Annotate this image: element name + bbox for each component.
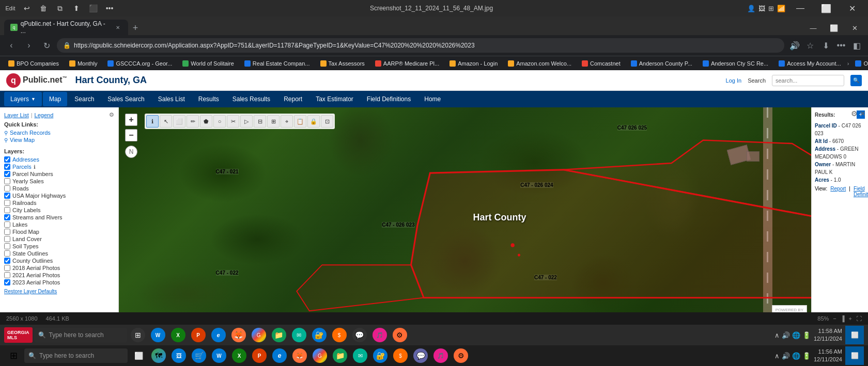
- bookmark-monthly[interactable]: Monthly: [65, 58, 102, 69]
- tb-icon-firefox[interactable]: 🦊: [290, 346, 309, 365]
- more-button[interactable]: •••: [103, 2, 116, 14]
- search-records-link[interactable]: Search Records: [4, 130, 114, 136]
- tb3-action-center[interactable]: ⬜: [845, 346, 864, 365]
- tb-icon-maps[interactable]: 🗺: [149, 346, 168, 365]
- tool-clipboard[interactable]: 📋: [294, 115, 306, 128]
- tool-extra[interactable]: ⊡: [321, 115, 333, 128]
- read-aloud-button[interactable]: 🔊: [787, 38, 802, 53]
- maximize-button[interactable]: ⬜: [814, 0, 838, 17]
- header-search-button[interactable]: 🔍: [850, 75, 862, 86]
- login-link[interactable]: Log In: [726, 77, 742, 84]
- sidebar-settings-icon[interactable]: ⚙: [109, 112, 114, 118]
- layer-land-cover-checkbox[interactable]: [4, 236, 10, 242]
- bookmark-realestate[interactable]: Real Estate Compan...: [240, 58, 314, 69]
- upper-taskbar-search[interactable]: 🔍 Type here to search: [34, 328, 127, 342]
- bookmark-gsccca[interactable]: GSCCCA.org - Geor...: [103, 58, 176, 69]
- layer-state-outlines-checkbox[interactable]: [4, 250, 10, 257]
- nav-item-search[interactable]: Search: [68, 92, 100, 106]
- tb-icon-chrome[interactable]: G: [311, 346, 329, 365]
- tool-draw[interactable]: ✏: [187, 115, 199, 128]
- tb2-icon-6[interactable]: 🦊: [229, 326, 248, 344]
- nav-item-map[interactable]: Map: [43, 92, 67, 106]
- bookmark-access[interactable]: Access My Account...: [774, 58, 845, 69]
- minimize-button[interactable]: —: [788, 0, 812, 17]
- taskbar-search[interactable]: 🔍 Type here to search: [24, 348, 128, 363]
- tab-close-button[interactable]: ✕: [114, 23, 122, 31]
- bookmark-anderson[interactable]: Anderson County P...: [627, 58, 696, 69]
- tb-icon-mail[interactable]: ✉: [351, 346, 369, 365]
- undo-button[interactable]: ↩: [21, 2, 33, 14]
- tool-polygon[interactable]: ⬟: [200, 115, 212, 128]
- tb3-chevron-icon[interactable]: ∧: [774, 352, 780, 360]
- bookmark-anderson2[interactable]: Anderson Cty SC Re...: [699, 58, 772, 69]
- tb2-icon-7[interactable]: G: [250, 326, 268, 344]
- settings-button[interactable]: •••: [834, 38, 848, 53]
- tb2-battery-icon[interactable]: 🔋: [802, 331, 811, 339]
- tb2-icon-14[interactable]: ⚙: [391, 326, 409, 344]
- bookmark-other[interactable]: Other favorites: [851, 58, 868, 69]
- tb-icon-files[interactable]: 📁: [331, 346, 349, 365]
- zoom-slider[interactable]: ▐: [841, 315, 845, 322]
- zoom-increase[interactable]: +: [849, 315, 852, 322]
- tb2-icon-1[interactable]: ⊞: [129, 326, 147, 344]
- start-button[interactable]: ⊞: [4, 346, 23, 365]
- bookmark-taxassessors[interactable]: Tax Assessors: [316, 58, 369, 69]
- bookmark-button[interactable]: ☆: [803, 38, 817, 53]
- layer-parcel-numbers-checkbox[interactable]: [4, 171, 10, 177]
- download-button[interactable]: ⬇: [818, 38, 833, 53]
- tool-box-select[interactable]: ⬜: [173, 115, 185, 128]
- layer-parcels-checkbox[interactable]: [4, 164, 10, 170]
- tb2-icon-11[interactable]: $: [330, 326, 349, 344]
- nav-item-report[interactable]: Report: [277, 92, 308, 106]
- sidebar-button[interactable]: ◧: [849, 38, 864, 53]
- back-button[interactable]: ‹: [4, 38, 19, 53]
- tb2-icon-13[interactable]: 🎵: [370, 326, 389, 344]
- layer-lakes-checkbox[interactable]: [4, 221, 10, 228]
- tb-icon-powerpoint[interactable]: P: [250, 346, 269, 365]
- tb-icon-settings2[interactable]: ⚙: [452, 346, 470, 365]
- browser-restore[interactable]: ⬜: [825, 21, 843, 35]
- layer-parcels-info[interactable]: ℹ: [34, 164, 36, 170]
- screen-button[interactable]: ⬛: [87, 2, 99, 14]
- bookmarks-more[interactable]: ›: [847, 60, 849, 67]
- nav-item-layers[interactable]: Layers▼: [4, 92, 42, 106]
- browser-minimize[interactable]: —: [804, 21, 823, 35]
- tool-grid[interactable]: ⊞: [267, 115, 280, 128]
- tool-cut[interactable]: ✂: [227, 115, 239, 128]
- bookmark-amazon-login[interactable]: Amazon - Login: [445, 58, 502, 69]
- layer-county-outlines-checkbox[interactable]: [4, 258, 10, 264]
- restore-layers-link[interactable]: Restore Layer Defaults: [4, 289, 114, 294]
- layer-usa-highways-checkbox[interactable]: [4, 193, 10, 199]
- bookmark-bpo[interactable]: BPO Companies: [4, 58, 63, 69]
- layer-parcels-label[interactable]: Parcels: [12, 164, 32, 170]
- tb2-icon-8[interactable]: 📁: [270, 326, 288, 344]
- layer-railroads-checkbox[interactable]: [4, 200, 10, 206]
- layer-2018-aerial-checkbox[interactable]: [4, 265, 10, 271]
- layer-addresses-label[interactable]: Addresses: [12, 156, 39, 163]
- layer-2023-aerial-checkbox[interactable]: [4, 279, 10, 285]
- header-search-input[interactable]: [772, 75, 844, 86]
- forward-button[interactable]: ›: [22, 38, 36, 53]
- layer-streams-checkbox[interactable]: [4, 214, 10, 220]
- nav-item-sales-search[interactable]: Sales Search: [101, 92, 150, 106]
- nav-item-home[interactable]: Home: [418, 92, 447, 106]
- tb3-battery-icon[interactable]: 🔋: [802, 352, 811, 360]
- active-tab[interactable]: q qPublic.net - Hart County, GA - ... ✕: [4, 20, 128, 35]
- layer-soil-types-checkbox[interactable]: [4, 243, 10, 249]
- view-map-link[interactable]: View Map: [4, 137, 114, 143]
- reload-button[interactable]: ↻: [39, 38, 54, 53]
- tb-icon-edge[interactable]: e: [270, 346, 289, 365]
- zoom-out-button[interactable]: −: [125, 129, 137, 141]
- tb-icon-photos[interactable]: 🖼: [169, 346, 188, 365]
- bookmark-aarp[interactable]: AARP® Medicare Pl...: [371, 58, 443, 69]
- nav-item-results[interactable]: Results: [192, 92, 225, 106]
- new-tab-button[interactable]: +: [128, 21, 143, 35]
- browser-close[interactable]: ✕: [845, 21, 864, 35]
- close-results-button[interactable]: ✕: [860, 109, 866, 118]
- bookmark-solitaire[interactable]: World of Solitaire: [178, 58, 238, 69]
- address-bar[interactable]: 🔒: [57, 38, 784, 53]
- results-settings-icon[interactable]: ⚙: [851, 109, 858, 118]
- tool-minus[interactable]: ⊟: [254, 115, 266, 128]
- layer-roads-checkbox[interactable]: [4, 185, 10, 192]
- tool-circle[interactable]: ○: [213, 115, 226, 128]
